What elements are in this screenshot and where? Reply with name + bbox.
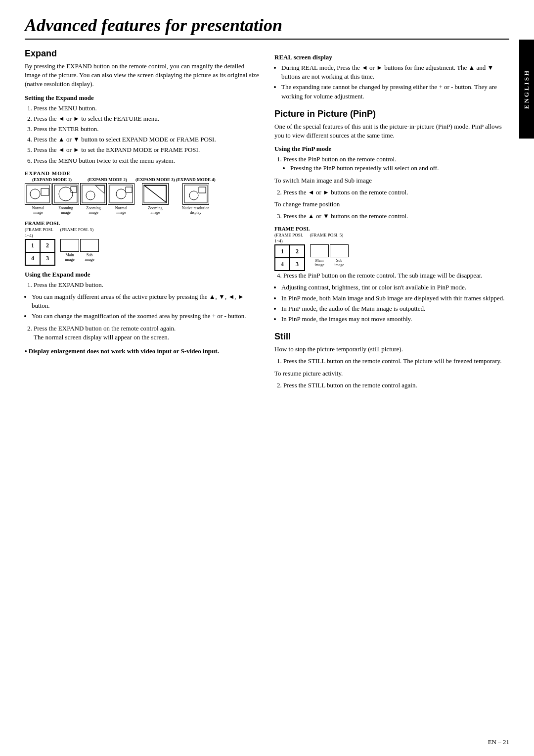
pinp-bullets: Adjusting contrast, brightness, tint or …	[274, 283, 509, 324]
pinp-bullet-4: In PinP mode, the images may not move sm…	[281, 315, 509, 324]
svg-rect-4	[54, 185, 77, 203]
pinp-bullet-1: Adjusting contrast, brightness, tint or …	[281, 283, 509, 292]
pinp-step-4: Press the PinP button on the remote cont…	[283, 271, 509, 280]
expand-mode-images: (EXPAND MODE 1)	[25, 177, 260, 215]
em-img-1a-label: Normalimage	[32, 206, 44, 215]
pip-title: Picture in Picture (PinP)	[274, 109, 509, 119]
page-number: EN – 21	[488, 738, 509, 746]
frame-posi5-sub-left	[80, 239, 99, 252]
expand-intro: By pressing the EXPAND button on the rem…	[25, 62, 260, 89]
em-img-2b	[108, 183, 134, 205]
em-img-2b-label: Normalimage	[115, 206, 127, 215]
pip-intro: One of the special features of this unit…	[274, 122, 509, 140]
step-4: Press the ▲ or ▼ button to select EXPAND…	[34, 135, 260, 144]
step-1: Press the MENU button.	[34, 104, 260, 113]
using-expand-step2: Press the EXPAND button on the remote co…	[25, 324, 260, 342]
language-sidebar: ENGLISH	[519, 40, 534, 139]
still-step-1: Press the STILL button on the remote con…	[283, 357, 509, 366]
frame-posi5-row1-right	[310, 244, 349, 257]
use-bullet-1: You can magnify different areas of the a…	[32, 292, 260, 310]
still-steps: Press the STILL button on the remote con…	[274, 357, 509, 366]
still-title: Still	[274, 331, 509, 342]
real-bullet-1: During REAL mode, Press the ◄ or ► butto…	[281, 63, 509, 81]
step-2: Press the ◄ or ► to select the FEATURE m…	[34, 114, 260, 123]
frame-posi5-main-lbl-right: Mainimage	[310, 258, 329, 267]
real-bullet-2: The expanding rate cannot be changed by …	[281, 83, 509, 100]
em-label-3: (EXPAND MODE 3)	[135, 177, 175, 182]
setting-expand-title: Setting the Expand mode	[25, 94, 260, 102]
frame-label: To change frame position	[274, 200, 509, 209]
using-expand-title: Using the Expand mode	[25, 271, 260, 279]
still-step-2: Press the STILL button on the remote con…	[283, 381, 509, 390]
svg-rect-7	[82, 185, 105, 203]
svg-rect-15	[184, 185, 207, 203]
still-step2: Press the STILL button on the remote con…	[274, 381, 509, 390]
pinp-step-2: Press the ◄ or ► buttons on the remote c…	[283, 188, 509, 197]
em-img-4a-label: Native resolutiondisplay	[182, 206, 209, 215]
frame-cell-3: 3	[40, 252, 55, 265]
frame-posi5-row1-left	[60, 239, 99, 252]
right-column: REAL screen display During REAL mode, Pr…	[274, 48, 509, 393]
frame-posi-images-right: 1 2 4 3 Mainimage Subimage	[274, 244, 509, 271]
expand-mode-group-4: (EXPAND MODE 4) Nativ	[176, 177, 216, 215]
frame-posi-label-left: FRAME POSI.	[25, 220, 260, 226]
step-5: Press the ◄ or ► to set the EXPAND MODE …	[34, 145, 260, 154]
pinp-sub-1: Pressing the PinP button repeatedly will…	[290, 164, 509, 173]
pinp-step-3: Press the ▲ or ▼ buttons on the remote c…	[283, 212, 509, 221]
frame-posi-section-right: FRAME POSI. (FRAME POSI. (FRAME POSI. 5)…	[274, 226, 509, 271]
frame-posi-sub-right: (FRAME POSI. (FRAME POSI. 5)	[274, 233, 509, 237]
frame-posi5-main-left	[60, 239, 79, 252]
frame-cell-1: 1	[25, 239, 40, 252]
bold-note: • Display enlargement does not work with…	[25, 347, 260, 356]
em-imgs-3: Zoomingimage	[142, 183, 169, 215]
pinp-sub-bullets: Pressing the PinP button repeatedly will…	[283, 164, 509, 173]
em-imgs-1: Normalimage Zooming	[25, 183, 79, 215]
bottom-note: • Display enlargement does not work with…	[25, 347, 260, 356]
frame-posi-sub2-left: 1~4)	[25, 233, 260, 238]
pinp-step3: Press the ▲ or ▼ buttons on the remote c…	[274, 212, 509, 221]
frame-posi5-right: Mainimage Subimage	[310, 244, 349, 267]
real-screen-title: REAL screen display	[274, 53, 509, 61]
page-title: Advanced features for presentation	[25, 15, 509, 40]
frame-posi-label-right: FRAME POSI.	[274, 226, 509, 232]
frame-posi-sub2-right: 1~4)	[274, 238, 509, 243]
language-label: ENGLISH	[523, 69, 531, 109]
expand-mode-group-1: (EXPAND MODE 1)	[25, 177, 79, 215]
real-screen-bullets: During REAL mode, Press the ◄ or ► butto…	[274, 63, 509, 101]
still-intro: How to stop the picture temporarily (sti…	[274, 345, 509, 354]
still-resume-label: To resume picture activity.	[274, 369, 509, 378]
frame-posi5-sub-right	[330, 244, 349, 257]
em-img-1b-label: Zoomingimage	[58, 206, 73, 215]
expand-mode-group-2: (EXPAND MODE 2) Zoomi	[80, 177, 134, 215]
em-img-3a	[142, 183, 169, 205]
step-3: Press the ENTER button.	[34, 125, 260, 134]
bottom-note-list: • Display enlargement does not work with…	[25, 347, 260, 356]
pinp-step4: Press the PinP button on the remote cont…	[274, 271, 509, 280]
frame-posi-sub-left: (FRAME POSI. (FRAME POSI. 5)	[25, 227, 260, 232]
pinp-step-1: Press the PinP button on the remote cont…	[283, 155, 509, 173]
frame-cell-r2: 2	[290, 245, 305, 258]
pinp-step2: Press the ◄ or ► buttons on the remote c…	[274, 188, 509, 197]
em-imgs-2: Zoomingimage Normal	[80, 183, 134, 215]
svg-rect-10	[110, 185, 133, 203]
em-img-3a-label: Zoomingimage	[148, 206, 162, 215]
expand-section-title: Expand	[25, 48, 260, 59]
use-step-2: Press the EXPAND button on the remote co…	[34, 324, 260, 342]
em-label-2: (EXPAND MODE 2)	[88, 177, 127, 182]
using-pinp-title: Using the PinP mode	[274, 145, 509, 153]
frame-posi5-main-right	[310, 244, 329, 257]
em-label-4: (EXPAND MODE 4)	[176, 177, 216, 182]
em-imgs-4: Native resolutiondisplay	[182, 183, 209, 215]
use-bullet-2: You can change the magnification of the …	[32, 312, 260, 321]
frame-posi5-labels-left: Mainimage Subimage	[60, 253, 99, 262]
using-expand-steps: Press the EXPAND button.	[25, 281, 260, 289]
switch-label: To switch Main image and Sub image	[274, 176, 509, 185]
step-6: Press the MENU button twice to exit the …	[34, 156, 260, 165]
frame-cell-2: 2	[40, 239, 55, 252]
pinp-bullet-3: In PinP mode, the audio of the Main imag…	[281, 304, 509, 313]
frame-posi-section-left: FRAME POSI. (FRAME POSI. (FRAME POSI. 5)…	[25, 220, 260, 266]
expand-mode-label: EXPAND MODE	[25, 170, 260, 176]
expand-mode-group-3: (EXPAND MODE 3) Zoomingimage	[135, 177, 175, 215]
frame-cell-r3: 3	[290, 258, 305, 271]
frame-posi5-labels-right: Mainimage Subimage	[310, 258, 349, 267]
